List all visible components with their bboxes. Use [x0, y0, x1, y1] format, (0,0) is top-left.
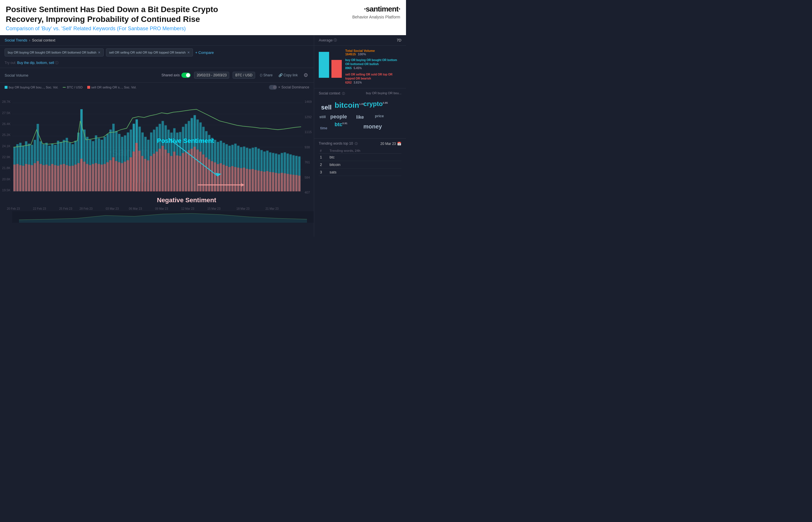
svg-rect-142	[63, 164, 65, 191]
svg-rect-216	[278, 174, 280, 192]
svg-rect-143	[66, 165, 68, 191]
shared-axis-toggle[interactable]	[182, 73, 191, 78]
filter-tag-sell[interactable]: sell OR selling OR sold OR top OR topped…	[106, 48, 193, 57]
svg-rect-153	[95, 163, 97, 191]
date-range-picker[interactable]: 20/02/23 - 20/03/23	[194, 72, 229, 79]
try-out-link[interactable]: Buy the dip, bottom, sell	[17, 61, 54, 65]
legend-row: buy OR buying OR bou..., Soc. Vol. BTC /…	[0, 83, 314, 92]
svg-rect-220	[289, 175, 292, 192]
social-context-section: Social context ⓘ buy OR buying OR bou...…	[314, 88, 406, 139]
svg-text:27.5K: 27.5K	[2, 111, 11, 115]
svg-rect-204	[243, 168, 245, 192]
svg-rect-186	[191, 149, 193, 191]
word-bitcoin: bitcoin1.00	[335, 101, 364, 110]
social-dominance-toggle[interactable]: × Social Dominance	[269, 85, 309, 89]
svg-text:26.4K: 26.4K	[2, 122, 11, 126]
period-label: 7D	[396, 38, 401, 42]
svg-rect-222	[295, 175, 297, 192]
trending-label: Trending words top 10 ⓘ	[319, 141, 358, 146]
main-chart: 28.7K 27.5K 26.4K 25.2K 24.1K 22.9K 21.8…	[0, 95, 314, 211]
svg-rect-134	[39, 164, 42, 191]
social-dominance-remove[interactable]: ×	[278, 85, 280, 89]
chart-area: Social Trends › Social context buy OR bu…	[0, 35, 314, 237]
btc-line-icon	[63, 87, 66, 87]
svg-text:938: 938	[305, 145, 310, 149]
svg-text:20 Feb 23: 20 Feb 23	[7, 207, 20, 210]
main-content: Social Trends › Social context buy OR bu…	[0, 35, 406, 237]
settings-button[interactable]: ⚙	[302, 71, 309, 80]
filter-buy-text: buy OR buying OR bought OR bottom OR bot…	[8, 51, 97, 54]
svg-rect-183	[182, 153, 184, 191]
word-crypto: crypto0.85	[363, 100, 388, 108]
filter-buy-remove[interactable]: ×	[98, 50, 101, 55]
svg-rect-135	[42, 165, 45, 191]
svg-rect-193	[211, 161, 213, 191]
svg-rect-125	[13, 164, 16, 191]
svg-rect-217	[281, 173, 283, 192]
svg-text:1115: 1115	[305, 130, 312, 134]
svg-rect-165	[129, 157, 132, 191]
social-volume-label: Social Volume	[5, 73, 28, 78]
svg-text:21.8K: 21.8K	[2, 166, 11, 170]
trending-header: Trending words top 10 ⓘ 20 Mar 23 📅	[319, 141, 401, 146]
svg-rect-138	[51, 164, 54, 191]
subtitle: Comparison of 'Buy' vs. 'Sell' Related K…	[6, 26, 400, 32]
svg-rect-136	[45, 164, 47, 191]
svg-text:28 Feb 23: 28 Feb 23	[80, 207, 93, 210]
filters-row: buy OR buying OR bought OR bottom OR bot…	[0, 45, 314, 59]
svg-rect-145	[71, 166, 74, 191]
svg-rect-195	[217, 164, 219, 191]
svg-marker-241	[19, 214, 307, 223]
filter-sell-remove[interactable]: ×	[187, 50, 190, 55]
svg-rect-185	[188, 150, 190, 191]
svg-text:1292: 1292	[305, 115, 312, 119]
sc-buy-label: buy OR buying OR bou...	[366, 91, 401, 96]
breadcrumb-current: Social context	[32, 38, 55, 42]
svg-rect-128	[22, 166, 24, 191]
svg-text:407: 407	[305, 191, 310, 194]
svg-text:1469: 1469	[305, 100, 312, 103]
word-time: time	[320, 126, 327, 130]
svg-rect-192	[208, 159, 210, 191]
word-sell: sell	[321, 104, 332, 111]
share-icon: ⟨⟩	[260, 73, 263, 77]
filter-sell-text: sell OR selling OR sold OR top OR topped…	[109, 51, 186, 54]
trending-word: sats	[329, 168, 401, 176]
legend-sell: sell OR selling OR s..., Soc. Vol.	[87, 85, 137, 89]
sell-volume-label: sell OR selling OR sold OR top OR topped…	[345, 73, 401, 85]
calendar-icon[interactable]: 📅	[397, 142, 401, 146]
share-button[interactable]: ⟨⟩ Share	[258, 72, 274, 78]
breadcrumb-root[interactable]: Social Trends	[5, 38, 27, 42]
copy-link-button[interactable]: 🔗 Copy link	[277, 72, 299, 78]
social-dominance-switch[interactable]	[269, 85, 277, 89]
word-like: like	[356, 115, 364, 120]
chart-wrapper: 28.7K 27.5K 26.4K 25.2K 24.1K 22.9K 21.8…	[0, 92, 314, 223]
svg-rect-174	[156, 152, 158, 191]
svg-rect-161	[118, 162, 120, 191]
buy-bar	[319, 52, 329, 78]
svg-rect-190	[202, 155, 205, 191]
svg-rect-182	[179, 156, 182, 191]
sell-bar-icon	[87, 86, 90, 89]
filter-tag-buy[interactable]: buy OR buying OR bought OR bottom OR bot…	[5, 48, 104, 57]
svg-rect-187	[193, 147, 196, 191]
svg-rect-202	[237, 168, 240, 192]
svg-rect-211	[263, 172, 266, 192]
col-num: #	[319, 148, 329, 154]
compare-button[interactable]: + Compare	[195, 51, 214, 55]
word-still: still	[319, 115, 326, 119]
svg-rect-164	[127, 160, 129, 191]
social-context-label: Social context ⓘ	[319, 91, 345, 96]
svg-rect-132	[34, 163, 36, 191]
legend-btc: BTC / USD	[63, 85, 82, 89]
social-dominance-label: Social Dominance	[281, 85, 309, 89]
trending-word: bitcoin	[329, 161, 401, 168]
svg-rect-156	[103, 164, 106, 191]
svg-rect-141	[60, 164, 62, 191]
svg-rect-205	[246, 169, 248, 192]
pair-selector[interactable]: BTC / USD	[233, 72, 255, 79]
mini-bar-chart	[319, 49, 342, 78]
col-word: Trending words, 24h	[329, 148, 401, 154]
table-row: 2 bitcoin	[319, 161, 401, 168]
svg-rect-127	[19, 165, 22, 191]
